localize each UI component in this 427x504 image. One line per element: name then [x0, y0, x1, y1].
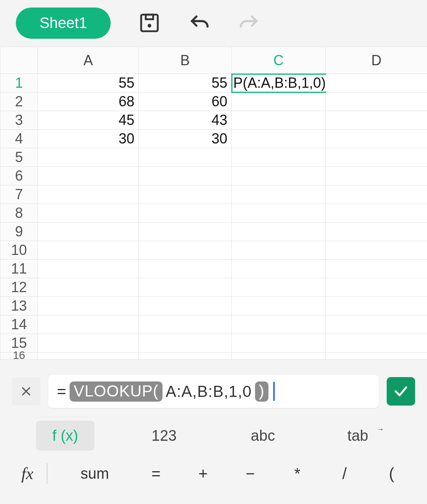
save-icon[interactable] — [138, 12, 161, 34]
row-header[interactable]: 9 — [0, 223, 38, 241]
cell[interactable] — [38, 353, 139, 360]
cell[interactable] — [232, 148, 326, 167]
cancel-button[interactable] — [12, 377, 40, 406]
cell[interactable] — [139, 204, 232, 223]
cell[interactable] — [326, 223, 427, 241]
cell[interactable] — [232, 92, 326, 111]
cell[interactable] — [38, 148, 139, 167]
confirm-button[interactable] — [387, 377, 415, 406]
row-header[interactable]: 10 — [0, 241, 38, 260]
fx-button[interactable]: fx — [12, 464, 43, 483]
cell[interactable] — [139, 260, 232, 278]
cell[interactable] — [38, 204, 139, 223]
cell[interactable] — [326, 130, 427, 148]
cell[interactable] — [232, 353, 326, 360]
cell[interactable]: 30 — [38, 130, 139, 148]
cell[interactable] — [139, 278, 232, 297]
key-plus[interactable]: + — [179, 465, 227, 483]
cell[interactable] — [232, 111, 326, 130]
cell[interactable] — [326, 260, 427, 278]
cell[interactable] — [139, 334, 232, 353]
redo-icon[interactable] — [238, 12, 260, 34]
row-header[interactable]: 11 — [0, 260, 38, 278]
cell[interactable] — [232, 223, 326, 241]
cell[interactable] — [38, 297, 139, 315]
cell[interactable] — [38, 223, 139, 241]
cell[interactable] — [232, 334, 326, 353]
formula-input[interactable]: = VLOOKUP( A:A,B:B,1,0 ) — [48, 375, 379, 408]
key-multiply[interactable]: * — [274, 465, 321, 483]
cell[interactable] — [326, 241, 427, 260]
key-divide[interactable]: / — [321, 465, 368, 483]
row-header[interactable]: 13 — [0, 297, 38, 315]
key-equals[interactable]: = — [132, 465, 179, 483]
row-header[interactable]: 12 — [0, 278, 38, 297]
row-header[interactable]: 3 — [0, 111, 38, 130]
cell[interactable] — [326, 315, 427, 334]
sheet-tab[interactable]: Sheet1 — [16, 8, 111, 39]
cell[interactable] — [326, 297, 427, 315]
cell[interactable] — [139, 148, 232, 167]
spreadsheet-grid[interactable]: A B C D 1 55 55 P(A:A,B:B,1,0) 2 68 60 3… — [0, 46, 427, 360]
cell[interactable] — [326, 353, 427, 360]
cell[interactable] — [232, 167, 326, 185]
cell-A1[interactable]: 55 — [38, 74, 139, 92]
cell[interactable] — [326, 278, 427, 297]
col-header-B[interactable]: B — [139, 47, 232, 74]
cell[interactable] — [326, 185, 427, 204]
cell[interactable] — [139, 315, 232, 334]
cell[interactable] — [38, 278, 139, 297]
kb-tab-abc[interactable]: abc — [234, 421, 292, 451]
cell[interactable] — [38, 334, 139, 353]
kb-tab-fx[interactable]: f (x) — [36, 421, 94, 451]
cell[interactable]: 43 — [139, 111, 232, 130]
cell[interactable] — [139, 185, 232, 204]
cell[interactable] — [139, 223, 232, 241]
key-sum[interactable]: sum — [57, 465, 132, 482]
cell[interactable] — [38, 315, 139, 334]
cell[interactable] — [326, 111, 427, 130]
cell[interactable] — [232, 278, 326, 297]
row-header[interactable]: 1 — [0, 74, 38, 92]
cell[interactable] — [232, 204, 326, 223]
row-header[interactable]: 6 — [0, 167, 38, 185]
row-header[interactable]: 14 — [0, 315, 38, 334]
row-header[interactable]: 2 — [0, 92, 38, 111]
cell-D1[interactable] — [326, 74, 427, 92]
row-header[interactable]: 16 — [0, 353, 38, 360]
cell[interactable] — [232, 241, 326, 260]
cell[interactable] — [38, 241, 139, 260]
key-minus[interactable]: − — [227, 465, 274, 483]
cell[interactable] — [139, 167, 232, 185]
cell[interactable]: 30 — [139, 130, 232, 148]
col-header-A[interactable]: A — [38, 47, 139, 74]
cell[interactable] — [38, 167, 139, 185]
cell[interactable] — [38, 260, 139, 278]
cell[interactable] — [326, 92, 427, 111]
cell[interactable] — [232, 130, 326, 148]
cell[interactable] — [139, 353, 232, 360]
cell[interactable]: 68 — [38, 92, 139, 111]
cell[interactable]: 45 — [38, 111, 139, 130]
cell[interactable] — [326, 167, 427, 185]
col-header-D[interactable]: D — [326, 47, 427, 74]
row-header[interactable]: 5 — [0, 148, 38, 167]
cell[interactable] — [139, 297, 232, 315]
row-header[interactable]: 7 — [0, 185, 38, 204]
row-header[interactable]: 4 — [0, 130, 38, 148]
undo-icon[interactable] — [188, 12, 210, 34]
cell-C1-selected[interactable]: P(A:A,B:B,1,0) — [232, 74, 326, 92]
cell[interactable] — [232, 297, 326, 315]
cell-B1[interactable]: 55 — [139, 74, 232, 92]
cell[interactable] — [326, 334, 427, 353]
key-paren-open[interactable]: ( — [368, 465, 415, 483]
cell[interactable]: 60 — [139, 92, 232, 111]
cell[interactable] — [326, 204, 427, 223]
cell[interactable] — [232, 260, 326, 278]
kb-tab-num[interactable]: 123 — [135, 421, 193, 451]
row-header[interactable]: 8 — [0, 204, 38, 223]
col-header-C[interactable]: C — [232, 47, 326, 74]
cell[interactable] — [38, 185, 139, 204]
cell[interactable] — [326, 148, 427, 167]
cell[interactable] — [139, 241, 232, 260]
